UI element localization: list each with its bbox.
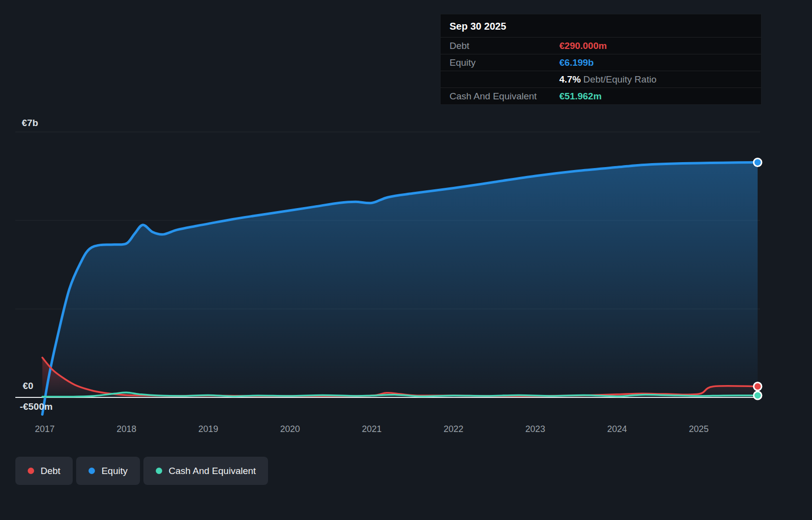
legend-dot-cash-and-equivalent-icon bbox=[156, 468, 162, 474]
tooltip-row-cash: Cash And Equivalent €51.962m bbox=[441, 87, 761, 104]
legend-dot-debt-icon bbox=[28, 468, 34, 474]
cash-and-equivalent-end-marker[interactable] bbox=[754, 391, 762, 399]
tooltip-cash-label: Cash And Equivalent bbox=[450, 90, 559, 102]
legend-label-debt: Debt bbox=[41, 466, 60, 477]
tooltip-debt-label: Debt bbox=[450, 40, 559, 51]
x-axis-label-2020: 2020 bbox=[280, 424, 300, 434]
tooltip-ratio-label: Debt/Equity Ratio bbox=[584, 74, 657, 85]
y-axis-label-7b: €7b bbox=[22, 118, 38, 129]
x-axis-label-2022: 2022 bbox=[444, 424, 463, 434]
legend-dot-equity-icon bbox=[89, 468, 95, 474]
tooltip-row-debt: Debt €290.000m bbox=[441, 37, 761, 54]
x-axis-label-2024: 2024 bbox=[607, 424, 627, 434]
equity-area bbox=[43, 162, 758, 414]
tooltip-row-ratio: 4.7% Debt/Equity Ratio bbox=[441, 71, 761, 87]
debt-end-marker[interactable] bbox=[754, 383, 762, 390]
legend: DebtEquityCash And Equivalent bbox=[15, 457, 268, 485]
y-axis-label-neg500m: -€500m bbox=[20, 401, 53, 412]
tooltip-ratio-value: 4.7% Debt/Equity Ratio bbox=[559, 74, 656, 85]
tooltip-debt-value: €290.000m bbox=[559, 40, 607, 51]
equity-end-marker[interactable] bbox=[754, 158, 762, 166]
legend-label-cash-and-equivalent: Cash And Equivalent bbox=[169, 466, 256, 477]
legend-item-cash-and-equivalent[interactable]: Cash And Equivalent bbox=[143, 457, 268, 485]
x-axis-label-2025: 2025 bbox=[689, 424, 709, 434]
tooltip-row-equity: Equity €6.199b bbox=[441, 54, 761, 71]
tooltip: Sep 30 2025 Debt €290.000m Equity €6.199… bbox=[440, 14, 762, 105]
tooltip-ratio-number: 4.7% bbox=[559, 74, 581, 85]
legend-item-equity[interactable]: Equity bbox=[76, 457, 140, 485]
x-axis-label-2023: 2023 bbox=[525, 424, 545, 434]
tooltip-date: Sep 30 2025 bbox=[441, 14, 761, 37]
tooltip-cash-value: €51.962m bbox=[559, 90, 602, 102]
chart-page: €7b €0 -€500m 20172018201920202021202220… bbox=[0, 0, 812, 520]
x-axis-label-2017: 2017 bbox=[35, 424, 54, 434]
tooltip-equity-label: Equity bbox=[450, 57, 559, 68]
legend-label-equity: Equity bbox=[101, 466, 128, 477]
legend-item-debt[interactable]: Debt bbox=[15, 457, 73, 485]
y-axis-label-0: €0 bbox=[23, 381, 34, 391]
x-axis-label-2019: 2019 bbox=[198, 424, 218, 434]
x-axis-label-2018: 2018 bbox=[117, 424, 136, 434]
tooltip-equity-value: €6.199b bbox=[559, 57, 594, 68]
x-axis: 201720182019202020212022202320242025 bbox=[0, 424, 812, 439]
x-axis-label-2021: 2021 bbox=[362, 424, 382, 434]
